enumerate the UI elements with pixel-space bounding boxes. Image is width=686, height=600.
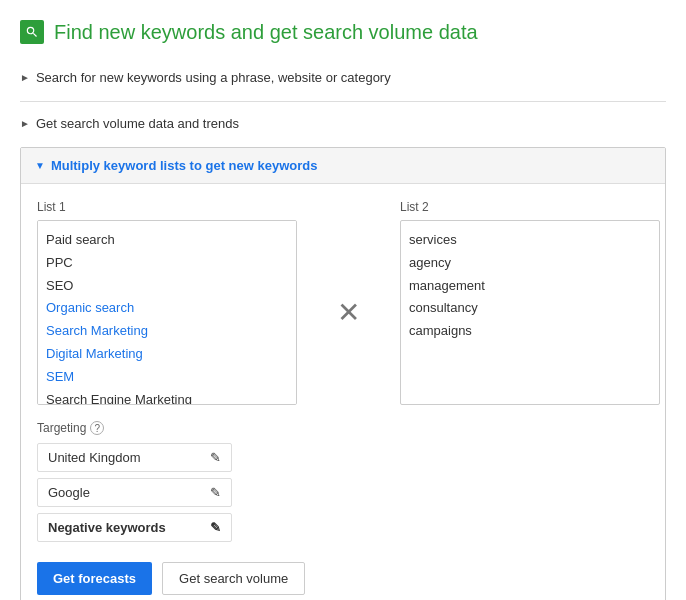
get-forecasts-button[interactable]: Get forecasts bbox=[37, 562, 152, 595]
list1-container: List 1 Paid search PPC SEO Organic searc… bbox=[37, 200, 297, 405]
list-item: Search Marketing bbox=[46, 320, 288, 343]
buttons-row: Get forecasts Get search volume bbox=[37, 562, 649, 595]
list2-textarea[interactable]: services agency management consultancy c… bbox=[400, 220, 660, 405]
targeting-network[interactable]: Google ✎ bbox=[37, 478, 232, 507]
list2-container: List 2 services agency management consul… bbox=[400, 200, 660, 405]
collapsed-section-phrase[interactable]: ► Search for new keywords using a phrase… bbox=[20, 64, 666, 91]
arrow-right-icon: ► bbox=[20, 72, 30, 83]
collapsed-header-volume[interactable]: ► Get search volume data and trends bbox=[20, 110, 666, 137]
list-item: SEO bbox=[46, 275, 288, 298]
arrow-right-icon-2: ► bbox=[20, 118, 30, 129]
active-section-header[interactable]: ▼ Multiply keyword lists to get new keyw… bbox=[21, 148, 665, 184]
edit-location-icon: ✎ bbox=[210, 450, 221, 465]
lists-row: List 1 Paid search PPC SEO Organic searc… bbox=[37, 200, 649, 405]
section-body: List 1 Paid search PPC SEO Organic searc… bbox=[21, 184, 665, 600]
get-search-volume-button[interactable]: Get search volume bbox=[162, 562, 305, 595]
targeting-negative-text: Negative keywords bbox=[48, 520, 166, 535]
multiply-icon: ✕ bbox=[337, 296, 360, 329]
targeting-location-text: United Kingdom bbox=[48, 450, 141, 465]
list2-label: List 2 bbox=[400, 200, 660, 214]
edit-network-icon: ✎ bbox=[210, 485, 221, 500]
list1-label: List 1 bbox=[37, 200, 297, 214]
search-icon bbox=[20, 20, 44, 44]
list-item: management bbox=[409, 275, 651, 298]
targeting-network-text: Google bbox=[48, 485, 90, 500]
collapsed-label-phrase: Search for new keywords using a phrase, … bbox=[36, 70, 391, 85]
active-section: ▼ Multiply keyword lists to get new keyw… bbox=[20, 147, 666, 600]
targeting-location[interactable]: United Kingdom ✎ bbox=[37, 443, 232, 472]
list-item: campaigns bbox=[409, 320, 651, 343]
collapsed-section-volume[interactable]: ► Get search volume data and trends bbox=[20, 110, 666, 137]
list-item: PPC bbox=[46, 252, 288, 275]
list-item: Organic search bbox=[46, 297, 288, 320]
divider-1 bbox=[20, 101, 666, 102]
page-title-section: Find new keywords and get search volume … bbox=[20, 20, 666, 44]
targeting-section: Targeting ? United Kingdom ✎ Google ✎ Ne… bbox=[37, 421, 649, 542]
list-item: services bbox=[409, 229, 651, 252]
list-item: consultancy bbox=[409, 297, 651, 320]
page-heading: Find new keywords and get search volume … bbox=[54, 21, 478, 44]
targeting-label: Targeting ? bbox=[37, 421, 649, 435]
list-item: Search Engine Marketing bbox=[46, 389, 288, 405]
list1-textarea[interactable]: Paid search PPC SEO Organic search Searc… bbox=[37, 220, 297, 405]
list-item: Paid search bbox=[46, 229, 288, 252]
list-item: agency bbox=[409, 252, 651, 275]
arrow-down-icon: ▼ bbox=[35, 160, 45, 171]
collapsed-header-phrase[interactable]: ► Search for new keywords using a phrase… bbox=[20, 64, 666, 91]
targeting-help-icon[interactable]: ? bbox=[90, 421, 104, 435]
active-section-label: Multiply keyword lists to get new keywor… bbox=[51, 158, 318, 173]
edit-negative-icon: ✎ bbox=[210, 520, 221, 535]
list-item: SEM bbox=[46, 366, 288, 389]
targeting-negative-keywords[interactable]: Negative keywords ✎ bbox=[37, 513, 232, 542]
list-item: Digital Marketing bbox=[46, 343, 288, 366]
collapsed-label-volume: Get search volume data and trends bbox=[36, 116, 239, 131]
